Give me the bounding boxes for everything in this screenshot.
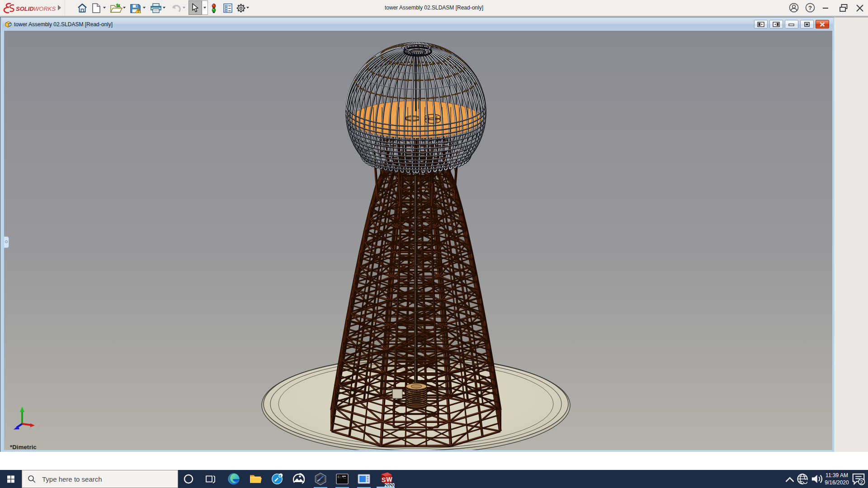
svg-text:C:\_: C:\_ [338, 475, 346, 479]
svg-text:x: x [38, 423, 40, 428]
svg-text:W: W [387, 476, 393, 483]
svg-text:?: ? [808, 5, 812, 11]
svg-text:2: 2 [860, 479, 863, 485]
